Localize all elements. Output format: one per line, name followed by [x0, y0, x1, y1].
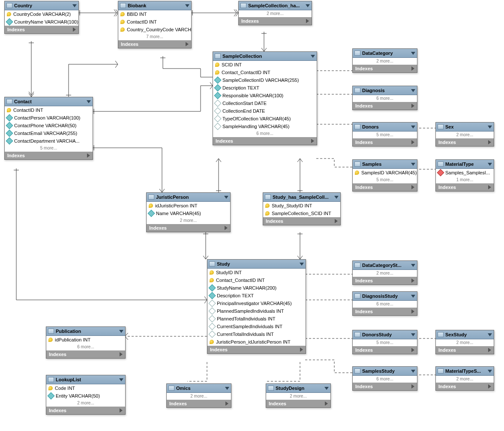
entity-header[interactable]: Omics [167, 384, 231, 393]
entity-lookuplist[interactable]: LookupListCode INTEntity VARCHAR(50)2 mo… [46, 375, 126, 415]
more-link[interactable]: 5 more... [353, 177, 417, 183]
collapse-icon[interactable] [411, 89, 415, 92]
more-link[interactable]: 5 more... [353, 339, 417, 346]
entity-samplesstudy[interactable]: SamplesStudy6 more...Indexes [352, 366, 417, 391]
column-row[interactable]: SamplesID VARCHAR(45) [353, 169, 417, 177]
more-link[interactable]: 2 more... [353, 58, 417, 65]
expand-icon[interactable] [411, 185, 414, 189]
entity-header[interactable]: Biobank [118, 1, 191, 10]
entity-header[interactable]: SampleCollection [213, 52, 317, 61]
collapse-icon[interactable] [411, 52, 415, 55]
collapse-icon[interactable] [411, 163, 415, 166]
column-row[interactable]: Contact_ContactID INT [207, 276, 306, 284]
column-row[interactable]: Description TEXT [213, 84, 317, 92]
expand-icon[interactable] [411, 104, 414, 108]
column-row[interactable]: idPublication INT [46, 336, 125, 344]
entity-omics[interactable]: Omics2 more...Indexes [166, 383, 231, 408]
column-row[interactable]: Contact_ContactID INT [213, 69, 317, 76]
column-row[interactable]: SampleCollection_SCID INT [263, 210, 340, 217]
indexes-section[interactable]: Indexes [353, 138, 417, 146]
indexes-section[interactable]: Indexes [147, 224, 230, 232]
column-row[interactable]: StudyID INT [207, 269, 306, 276]
expand-icon[interactable] [306, 19, 309, 23]
expand-icon[interactable] [488, 384, 491, 389]
more-link[interactable]: 2 more... [239, 10, 312, 17]
entity-header[interactable]: Donors [353, 123, 417, 132]
entity-header[interactable]: SampleCollection_ha... [239, 1, 312, 10]
expand-icon[interactable] [73, 27, 76, 32]
collapse-icon[interactable] [224, 196, 228, 199]
collapse-icon[interactable] [306, 4, 310, 7]
more-link[interactable]: 5 more... [353, 132, 417, 138]
entity-diagnosis[interactable]: Diagnosis6 more...Indexes [352, 86, 417, 110]
entity-donorsstudy[interactable]: DonorsStudy5 more...Indexes [352, 330, 417, 354]
column-row[interactable]: ContactEmail VARCHAR(255) [5, 129, 93, 137]
column-row[interactable]: Responsible VARCHAR(100) [213, 92, 317, 99]
indexes-section[interactable]: Indexes [263, 217, 340, 225]
expand-icon[interactable] [87, 153, 90, 158]
more-link[interactable]: 2 more... [436, 376, 494, 383]
column-row[interactable]: ContactPhone VARCHAR(50) [5, 122, 93, 129]
entity-country[interactable]: CountryCountryCode VARCHAR(2)CountryName… [4, 1, 79, 34]
expand-icon[interactable] [411, 140, 414, 144]
expand-icon[interactable] [120, 408, 123, 413]
entity-header[interactable]: SexStudy [436, 330, 494, 339]
expand-icon[interactable] [325, 401, 328, 406]
column-row[interactable]: Description TEXT [207, 292, 306, 299]
more-link[interactable]: 2 more... [436, 339, 494, 346]
indexes-section[interactable]: Indexes [46, 350, 125, 358]
indexes-section[interactable]: Indexes [353, 308, 417, 315]
entity-header[interactable]: Contact [5, 97, 93, 106]
column-row[interactable]: CurrentTotalIndividuals INT [207, 330, 306, 338]
entity-header[interactable]: Samples [353, 160, 417, 169]
entity-header[interactable]: Publication [46, 327, 125, 336]
column-row[interactable]: ContactID INT [118, 18, 191, 26]
column-row[interactable]: SampleCollectionID VARCHAR(255) [213, 76, 317, 84]
expand-icon[interactable] [120, 352, 123, 356]
column-row[interactable]: SampleHandling VARCHAR(45) [213, 123, 317, 130]
indexes-section[interactable]: Indexes [118, 40, 191, 48]
entity-diagnosisstudy[interactable]: DiagnosisStudy6 more...Indexes [352, 291, 417, 316]
more-link[interactable]: 2 more... [266, 393, 330, 400]
more-link[interactable]: 2 more... [147, 217, 230, 224]
collapse-icon[interactable] [300, 263, 304, 266]
collapse-icon[interactable] [324, 387, 329, 390]
entity-header[interactable]: LookupList [46, 375, 125, 384]
column-row[interactable]: Name VARCHAR(45) [147, 210, 230, 217]
entity-header[interactable]: Diagnosis [353, 86, 417, 95]
expand-icon[interactable] [335, 219, 338, 223]
entity-sc_has[interactable]: SampleCollection_ha...2 more...Indexes [238, 1, 312, 25]
indexes-section[interactable]: Indexes [46, 407, 125, 414]
collapse-icon[interactable] [334, 196, 339, 199]
collapse-icon[interactable] [411, 370, 415, 373]
column-row[interactable]: ContactDepartment VARCHA... [5, 137, 93, 145]
entity-materialtypes[interactable]: MaterialTypeS...2 more...Indexes [435, 366, 494, 391]
column-row[interactable]: CollectionEnd DATE [213, 107, 317, 115]
more-link[interactable]: 6 more... [213, 130, 317, 137]
more-link[interactable]: 6 more... [353, 301, 417, 308]
collapse-icon[interactable] [225, 387, 229, 390]
column-row[interactable]: Country_CountryCode VARCHA... [118, 26, 191, 33]
entity-publication[interactable]: PublicationidPublication INT6 more...Ind… [46, 326, 126, 359]
indexes-section[interactable]: Indexes [167, 400, 231, 407]
entity-samplecollection[interactable]: SampleCollectionSCID INTContact_ContactI… [213, 51, 317, 145]
indexes-section[interactable]: Indexes [207, 346, 306, 353]
collapse-icon[interactable] [119, 330, 123, 333]
entity-samples[interactable]: SamplesSamplesID VARCHAR(45)5 more...Ind… [352, 159, 417, 192]
indexes-section[interactable]: Indexes [353, 65, 417, 72]
collapse-icon[interactable] [411, 264, 415, 267]
entity-sexstudy[interactable]: SexStudy2 more...Indexes [435, 330, 494, 354]
entity-donors[interactable]: Donors5 more...Indexes [352, 122, 417, 147]
more-link[interactable]: 2 more... [46, 400, 125, 407]
expand-icon[interactable] [488, 185, 491, 189]
expand-icon[interactable] [411, 66, 414, 71]
entity-sex[interactable]: Sex2 more...Indexes [435, 122, 494, 147]
column-row[interactable]: Entity VARCHAR(50) [46, 392, 125, 400]
expand-icon[interactable] [488, 348, 491, 352]
entity-materialtype[interactable]: MaterialTypeSamples_SamplesI...1 more...… [435, 159, 494, 192]
collapse-icon[interactable] [72, 4, 77, 7]
entity-header[interactable]: DonorsStudy [353, 330, 417, 339]
column-row[interactable]: TypeOfCollection VARCHAR(45) [213, 115, 317, 123]
column-row[interactable]: CurrentSampledIndividuals INT [207, 323, 306, 330]
expand-icon[interactable] [311, 139, 314, 143]
